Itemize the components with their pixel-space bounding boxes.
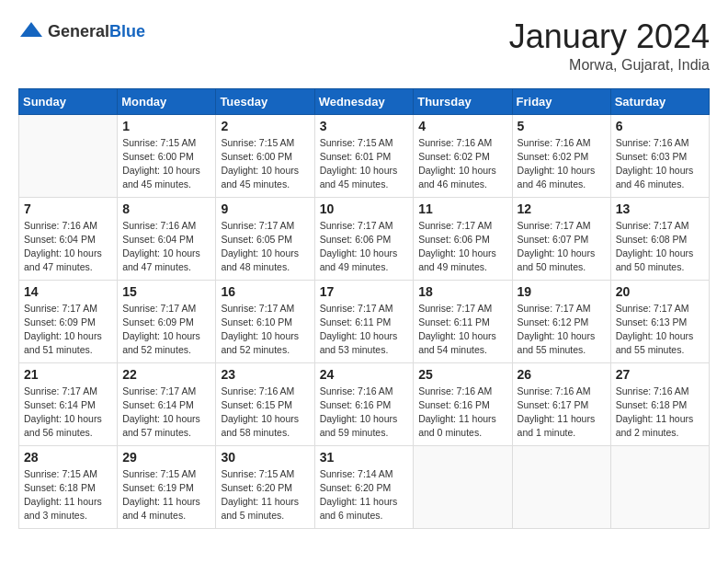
day-number: 4 [418,119,506,133]
day-info: Sunrise: 7:17 AMSunset: 6:11 PMDaylight:… [418,302,506,358]
day-info: Sunrise: 7:17 AMSunset: 6:06 PMDaylight:… [320,219,409,275]
day-info: Sunrise: 7:15 AMSunset: 6:19 PMDaylight:… [122,467,210,523]
calendar-cell: 6Sunrise: 7:16 AMSunset: 6:03 PMDaylight… [610,114,709,197]
day-info: Sunrise: 7:17 AMSunset: 6:06 PMDaylight:… [418,219,506,275]
day-number: 10 [320,201,409,216]
calendar-week-row: 28Sunrise: 7:15 AMSunset: 6:18 PMDayligh… [19,445,710,528]
calendar-cell: 15Sunrise: 7:17 AMSunset: 6:09 PMDayligh… [118,280,216,362]
day-number: 7 [24,201,112,216]
svg-rect-1 [28,31,34,37]
day-number: 15 [122,284,210,299]
weekday-header: Monday [118,88,216,114]
day-info: Sunrise: 7:16 AMSunset: 6:03 PMDaylight:… [616,136,704,192]
day-number: 27 [616,367,704,382]
weekday-header-row: SundayMondayTuesdayWednesdayThursdayFrid… [19,88,710,114]
day-number: 8 [122,201,210,216]
calendar-cell [512,445,610,528]
day-number: 29 [122,450,210,465]
calendar-cell: 9Sunrise: 7:17 AMSunset: 6:05 PMDaylight… [216,197,314,280]
calendar-cell: 29Sunrise: 7:15 AMSunset: 6:19 PMDayligh… [118,445,216,528]
day-info: Sunrise: 7:16 AMSunset: 6:18 PMDaylight:… [616,385,704,441]
calendar-cell: 1Sunrise: 7:15 AMSunset: 6:00 PMDaylight… [118,114,216,197]
calendar-cell: 19Sunrise: 7:17 AMSunset: 6:12 PMDayligh… [512,280,610,362]
day-info: Sunrise: 7:17 AMSunset: 6:13 PMDaylight:… [616,302,704,358]
calendar-cell: 18Sunrise: 7:17 AMSunset: 6:11 PMDayligh… [414,280,512,362]
calendar-cell: 27Sunrise: 7:16 AMSunset: 6:18 PMDayligh… [610,362,709,445]
day-info: Sunrise: 7:16 AMSunset: 6:04 PMDaylight:… [122,219,210,275]
day-number: 23 [221,367,309,382]
weekday-header: Friday [512,88,610,114]
day-number: 3 [320,119,409,133]
day-info: Sunrise: 7:16 AMSunset: 6:16 PMDaylight:… [418,385,506,441]
calendar-cell: 22Sunrise: 7:17 AMSunset: 6:14 PMDayligh… [118,362,216,445]
day-number: 1 [122,119,210,133]
logo: GeneralBlue [18,18,145,44]
page-header: GeneralBlue January 2024 Morwa, Gujarat,… [18,18,710,74]
calendar-week-row: 1Sunrise: 7:15 AMSunset: 6:00 PMDaylight… [19,114,710,197]
title-block: January 2024 Morwa, Gujarat, India [509,18,710,74]
calendar-cell: 8Sunrise: 7:16 AMSunset: 6:04 PMDaylight… [118,197,216,280]
calendar-cell: 2Sunrise: 7:15 AMSunset: 6:00 PMDaylight… [216,114,314,197]
calendar-cell: 31Sunrise: 7:14 AMSunset: 6:20 PMDayligh… [314,445,414,528]
calendar-cell: 23Sunrise: 7:16 AMSunset: 6:15 PMDayligh… [216,362,314,445]
day-number: 30 [221,450,309,465]
calendar-cell: 10Sunrise: 7:17 AMSunset: 6:06 PMDayligh… [314,197,414,280]
calendar-cell: 11Sunrise: 7:17 AMSunset: 6:06 PMDayligh… [414,197,512,280]
calendar-cell: 12Sunrise: 7:17 AMSunset: 6:07 PMDayligh… [512,197,610,280]
calendar-cell: 21Sunrise: 7:17 AMSunset: 6:14 PMDayligh… [19,362,118,445]
day-number: 13 [616,201,704,216]
calendar-cell: 7Sunrise: 7:16 AMSunset: 6:04 PMDaylight… [19,197,118,280]
day-number: 25 [418,367,506,382]
day-number: 5 [518,119,606,133]
day-info: Sunrise: 7:16 AMSunset: 6:04 PMDaylight:… [24,219,112,275]
day-info: Sunrise: 7:17 AMSunset: 6:08 PMDaylight:… [616,219,704,275]
calendar-cell: 28Sunrise: 7:15 AMSunset: 6:18 PMDayligh… [19,445,118,528]
day-info: Sunrise: 7:17 AMSunset: 6:05 PMDaylight:… [221,219,309,275]
day-number: 18 [418,284,506,299]
month-title: January 2024 [509,18,710,55]
calendar-cell: 17Sunrise: 7:17 AMSunset: 6:11 PMDayligh… [314,280,414,362]
calendar-table: SundayMondayTuesdayWednesdayThursdayFrid… [18,88,710,529]
day-number: 28 [24,450,112,465]
calendar-cell: 30Sunrise: 7:15 AMSunset: 6:20 PMDayligh… [216,445,314,528]
day-info: Sunrise: 7:17 AMSunset: 6:14 PMDaylight:… [24,385,112,441]
weekday-header: Saturday [610,88,709,114]
day-number: 21 [24,367,112,382]
weekday-header: Tuesday [216,88,314,114]
day-info: Sunrise: 7:16 AMSunset: 6:02 PMDaylight:… [518,136,606,192]
day-number: 9 [221,201,309,216]
day-info: Sunrise: 7:14 AMSunset: 6:20 PMDaylight:… [320,467,409,523]
weekday-header: Thursday [414,88,512,114]
day-info: Sunrise: 7:15 AMSunset: 6:18 PMDaylight:… [24,467,112,523]
day-info: Sunrise: 7:17 AMSunset: 6:12 PMDaylight:… [518,302,606,358]
day-number: 19 [518,284,606,299]
calendar-cell: 13Sunrise: 7:17 AMSunset: 6:08 PMDayligh… [610,197,709,280]
calendar-cell [414,445,512,528]
day-number: 2 [221,119,309,133]
day-number: 24 [320,367,409,382]
calendar-week-row: 14Sunrise: 7:17 AMSunset: 6:09 PMDayligh… [19,280,710,362]
day-number: 14 [24,284,112,299]
day-number: 17 [320,284,409,299]
calendar-cell: 25Sunrise: 7:16 AMSunset: 6:16 PMDayligh… [414,362,512,445]
day-info: Sunrise: 7:16 AMSunset: 6:17 PMDaylight:… [518,385,606,441]
day-info: Sunrise: 7:17 AMSunset: 6:10 PMDaylight:… [221,302,309,358]
calendar-cell: 26Sunrise: 7:16 AMSunset: 6:17 PMDayligh… [512,362,610,445]
day-info: Sunrise: 7:15 AMSunset: 6:00 PMDaylight:… [221,136,309,192]
calendar-week-row: 7Sunrise: 7:16 AMSunset: 6:04 PMDaylight… [19,197,710,280]
calendar-cell: 5Sunrise: 7:16 AMSunset: 6:02 PMDaylight… [512,114,610,197]
calendar-cell [19,114,118,197]
day-info: Sunrise: 7:15 AMSunset: 6:01 PMDaylight:… [320,136,409,192]
day-info: Sunrise: 7:16 AMSunset: 6:02 PMDaylight:… [418,136,506,192]
day-info: Sunrise: 7:17 AMSunset: 6:14 PMDaylight:… [122,385,210,441]
day-number: 20 [616,284,704,299]
weekday-header: Wednesday [314,88,414,114]
calendar-cell: 3Sunrise: 7:15 AMSunset: 6:01 PMDaylight… [314,114,414,197]
day-info: Sunrise: 7:15 AMSunset: 6:00 PMDaylight:… [122,136,210,192]
logo-text-general: General [48,22,109,40]
calendar-cell: 14Sunrise: 7:17 AMSunset: 6:09 PMDayligh… [19,280,118,362]
location-subtitle: Morwa, Gujarat, India [509,57,710,74]
day-number: 12 [518,201,606,216]
calendar-cell: 4Sunrise: 7:16 AMSunset: 6:02 PMDaylight… [414,114,512,197]
day-number: 22 [122,367,210,382]
